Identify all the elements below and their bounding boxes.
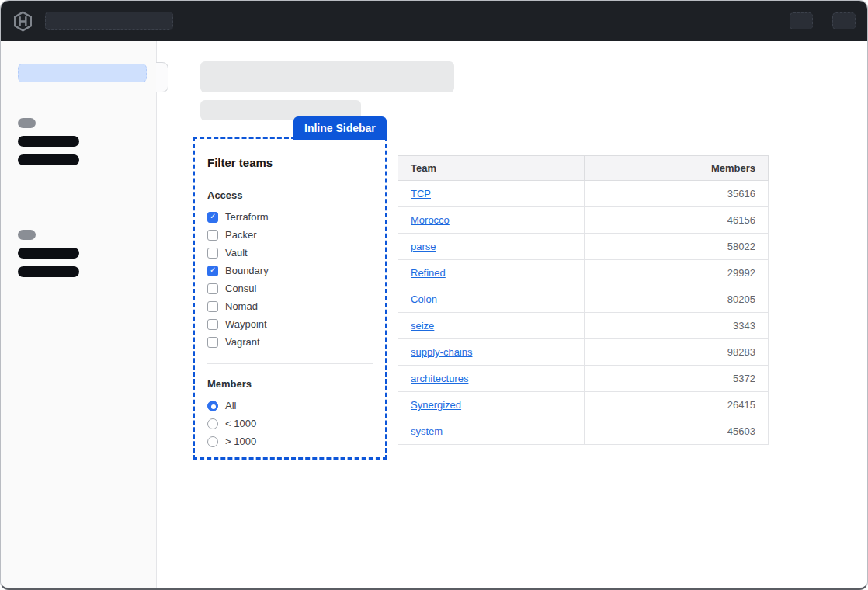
access-group-label: Access xyxy=(207,189,373,201)
team-link[interactable]: parse xyxy=(411,241,436,252)
app-window: Inline Sidebar Filter teams Access Terra… xyxy=(0,0,868,590)
members-count: 80205 xyxy=(584,286,768,313)
members-count: 29992 xyxy=(584,260,768,286)
table-row: Synergized 26415 xyxy=(398,392,769,418)
team-link[interactable]: supply-chains xyxy=(411,346,473,358)
team-link[interactable]: seize xyxy=(411,320,434,331)
hashicorp-logo-icon xyxy=(12,11,33,32)
sidebar-nav-item-skeleton-1 xyxy=(18,136,79,147)
table-row: system 45603 xyxy=(398,418,769,445)
column-header-members: Members xyxy=(584,156,768,181)
table-row: architectures 5372 xyxy=(398,366,769,392)
sidebar-nav-item-skeleton-2 xyxy=(18,154,79,165)
checkbox-unchecked-icon xyxy=(207,230,218,241)
table-row: seize 3343 xyxy=(398,313,769,339)
radio-gt-1000[interactable]: > 1000 xyxy=(207,432,373,450)
checkbox-unchecked-icon xyxy=(207,319,218,330)
checkbox-unchecked-icon xyxy=(207,301,218,312)
sidebar-nav-item-skeleton-4 xyxy=(18,266,79,277)
table-row: Colon 80205 xyxy=(398,286,769,313)
sidebar-collapse-handle[interactable] xyxy=(156,62,168,92)
team-link[interactable]: Colon xyxy=(411,293,437,305)
search-skeleton xyxy=(45,12,173,30)
topbar-action-skeleton-2 xyxy=(832,12,856,30)
filter-panel-title: Filter teams xyxy=(207,156,373,169)
radio-lt-1000[interactable]: < 1000 xyxy=(207,415,373,432)
column-header-team: Team xyxy=(398,156,585,181)
table-header-row: Team Members xyxy=(398,156,769,181)
members-count: 45603 xyxy=(584,418,768,445)
members-count: 98283 xyxy=(584,339,768,366)
members-count: 46156 xyxy=(584,207,768,234)
checkbox-boundary[interactable]: Boundary xyxy=(207,262,373,279)
app-sidebar xyxy=(1,41,157,590)
checkbox-terraform[interactable]: Terraform xyxy=(207,208,373,226)
team-link[interactable]: Refined xyxy=(411,267,446,279)
sidebar-section-label-skeleton-2 xyxy=(18,230,36,240)
teams-table: Team Members TCP 35616 Morocco 46156 par… xyxy=(398,155,769,445)
checkbox-vagrant[interactable]: Vagrant xyxy=(207,333,373,351)
team-link[interactable]: system xyxy=(411,425,443,437)
checkbox-unchecked-icon xyxy=(207,337,218,348)
page-title-skeleton xyxy=(200,61,454,92)
members-count: 5372 xyxy=(584,366,768,392)
topbar-action-skeleton-1 xyxy=(790,12,813,30)
table-row: supply-chains 98283 xyxy=(398,339,769,366)
radio-unselected-icon xyxy=(207,418,218,429)
checkbox-waypoint[interactable]: Waypoint xyxy=(207,315,373,333)
radio-selected-icon xyxy=(207,401,218,411)
inline-sidebar-panel: Filter teams Access Terraform Packer Vau… xyxy=(193,137,387,460)
top-nav-bar xyxy=(1,1,867,41)
checkbox-consul[interactable]: Consul xyxy=(207,279,373,297)
members-group-label: Members xyxy=(207,378,373,390)
checkbox-checked-icon xyxy=(207,212,218,223)
table-row: Morocco 46156 xyxy=(398,207,769,234)
main-content: Inline Sidebar Filter teams Access Terra… xyxy=(157,41,867,590)
checkbox-unchecked-icon xyxy=(207,283,218,294)
sidebar-active-item-skeleton xyxy=(18,64,147,82)
members-count: 3343 xyxy=(584,313,768,339)
table-row: TCP 35616 xyxy=(398,181,769,207)
checkbox-vault[interactable]: Vault xyxy=(207,244,373,262)
radio-unselected-icon xyxy=(207,436,218,447)
table-row: parse 58022 xyxy=(398,234,769,260)
team-link[interactable]: Synergized xyxy=(411,399,461,411)
team-link[interactable]: TCP xyxy=(411,188,431,200)
members-count: 58022 xyxy=(584,234,768,260)
sidebar-section-label-skeleton-1 xyxy=(18,118,36,128)
members-count: 35616 xyxy=(584,181,768,207)
checkbox-nomad[interactable]: Nomad xyxy=(207,297,373,315)
checkbox-packer[interactable]: Packer xyxy=(207,226,373,244)
filter-divider xyxy=(207,363,373,364)
checkbox-checked-icon xyxy=(207,266,218,276)
team-link[interactable]: architectures xyxy=(411,373,468,384)
members-count: 26415 xyxy=(584,392,768,418)
inline-sidebar-annotation-badge: Inline Sidebar xyxy=(293,116,387,140)
radio-all[interactable]: All xyxy=(207,397,373,415)
checkbox-unchecked-icon xyxy=(207,248,218,259)
team-link[interactable]: Morocco xyxy=(411,214,450,226)
table-row: Refined 29992 xyxy=(398,260,769,286)
sidebar-nav-item-skeleton-3 xyxy=(18,248,79,259)
